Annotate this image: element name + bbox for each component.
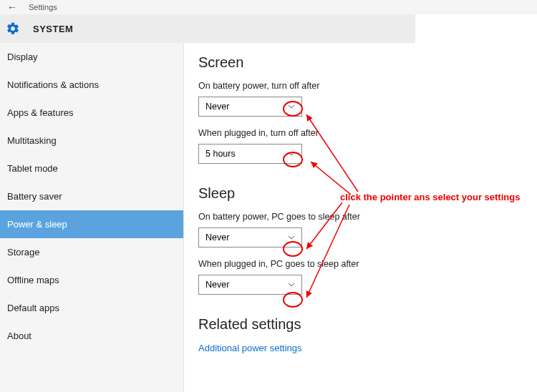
screen-heading: Screen: [198, 54, 537, 71]
sidebar-item-offline-maps[interactable]: Offline maps: [0, 266, 183, 294]
chevron-down-icon: [286, 101, 297, 112]
content-pane: Screen On battery power, turn off after …: [184, 43, 537, 392]
sidebar-item-default-apps[interactable]: Default apps: [0, 294, 183, 322]
header: SYSTEM: [0, 14, 415, 43]
related-heading: Related settings: [198, 316, 537, 333]
sidebar-item-power-sleep[interactable]: Power & sleep: [0, 210, 183, 238]
sleep-plugged-value: Never: [205, 280, 229, 290]
titlebar: ← Settings: [0, 0, 537, 14]
screen-plugged-value: 5 hours: [205, 149, 236, 159]
chevron-down-icon: [286, 279, 297, 290]
chevron-down-icon: [286, 148, 297, 160]
sidebar: Display Notifications & actions Apps & f…: [0, 43, 184, 392]
sidebar-item-apps[interactable]: Apps & features: [0, 99, 183, 127]
screen-battery-value: Never: [205, 102, 229, 112]
sleep-heading: Sleep: [198, 185, 537, 202]
sidebar-item-about[interactable]: About: [0, 322, 183, 350]
sidebar-item-battery-saver[interactable]: Battery saver: [0, 182, 183, 210]
screen-battery-label: On battery power, turn off after: [198, 81, 537, 91]
sidebar-item-storage[interactable]: Storage: [0, 238, 183, 266]
screen-plugged-dropdown[interactable]: 5 hours: [198, 144, 302, 164]
titlebar-label: Settings: [29, 3, 57, 11]
sidebar-item-multitasking[interactable]: Multitasking: [0, 127, 183, 155]
sleep-battery-label: On battery power, PC goes to sleep after: [198, 212, 537, 222]
sleep-battery-value: Never: [205, 232, 229, 242]
chevron-down-icon: [286, 232, 297, 243]
sleep-plugged-label: When plugged in, PC goes to sleep after: [198, 259, 537, 269]
header-title: SYSTEM: [33, 24, 73, 34]
screen-plugged-label: When plugged in, turn off after: [198, 128, 537, 138]
back-arrow-icon[interactable]: ←: [7, 1, 29, 13]
sidebar-item-tablet-mode[interactable]: Tablet mode: [0, 155, 183, 182]
sleep-plugged-dropdown[interactable]: Never: [198, 275, 302, 295]
sidebar-item-display[interactable]: Display: [0, 43, 183, 71]
additional-power-settings-link[interactable]: Additional power settings: [198, 343, 537, 353]
sleep-battery-dropdown[interactable]: Never: [198, 227, 302, 248]
sidebar-item-notifications[interactable]: Notifications & actions: [0, 71, 183, 99]
screen-battery-dropdown[interactable]: Never: [198, 97, 302, 117]
gear-icon: [6, 21, 20, 36]
